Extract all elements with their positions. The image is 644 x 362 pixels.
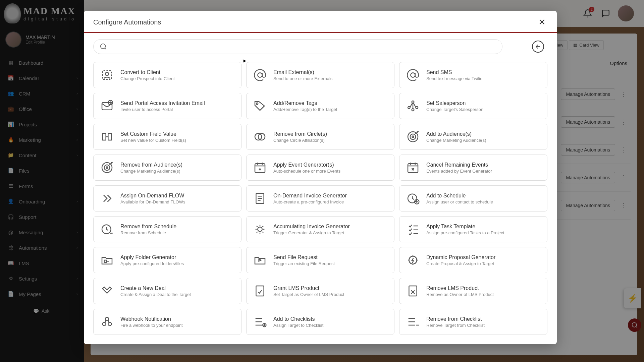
circles-icon [253, 129, 267, 144]
at-icon [253, 68, 267, 82]
invoice-icon [253, 191, 267, 206]
card-desc: Create Proposal & Assign to Target [426, 261, 495, 266]
card-desc: Set new value for Custom Field(s) [120, 138, 186, 143]
card-desc: Remove Target from Checklist [426, 323, 485, 328]
automation-card-email-external-s-[interactable]: Email External(s) Send to one or more Ex… [246, 62, 394, 88]
automation-card-cancel-remaining-events[interactable]: Cancel Remaining Events Events added by … [399, 155, 547, 181]
cal-x-icon [406, 160, 420, 175]
automation-card-send-file-request[interactable]: Send File Request Trigger an existing Fi… [246, 247, 394, 273]
svg-point-34 [409, 256, 417, 264]
card-desc: Assign user or contact to schedule [426, 199, 493, 204]
card-title: Set Salesperson [426, 100, 483, 106]
automation-card-remove-from-schedule[interactable]: Remove from Schedule Remove from Schedul… [93, 216, 241, 242]
handshake-icon [100, 284, 114, 298]
chevrons-icon [100, 191, 114, 206]
automation-card-set-custom-field-value[interactable]: Set Custom Field Value Set new value for… [93, 124, 241, 150]
automation-card-create-a-new-deal[interactable]: Create a New Deal Create & Assign a Deal… [93, 278, 241, 304]
automation-card-webhook-notification[interactable]: Webhook Notification Fire a webhook to y… [93, 309, 241, 335]
automation-card-grant-lms-product[interactable]: Grant LMS Product Set Target as Owner of… [246, 278, 394, 304]
automation-card-add-remove-tags[interactable]: Add/Remove Tags Add/Remove Tag(s) to the… [246, 93, 394, 119]
card-title: Add/Remove Tags [273, 100, 337, 106]
card-title: Apply Task Template [426, 224, 504, 230]
target-icon [100, 160, 114, 175]
automation-card-convert-to-client[interactable]: Convert to Client Change Prospect into C… [93, 62, 241, 88]
card-desc: Fire a webhook to your endpoint [120, 323, 183, 328]
svg-point-24 [104, 165, 110, 171]
configure-automations-modal: Configure Automations ✕ Convert to Clien… [84, 11, 557, 344]
automation-card-remove-from-circle-s-[interactable]: Remove from Circle(s) Change Circle Affi… [246, 124, 394, 150]
automation-card-dynamic-proposal-generator[interactable]: Dynamic Proposal Generator Create Propos… [399, 247, 547, 273]
gear-bolt-icon [406, 253, 420, 267]
svg-point-25 [106, 167, 108, 169]
automation-card-remove-from-checklist[interactable]: Remove from Checklist Remove Target from… [399, 309, 547, 335]
automation-card-add-to-schedule[interactable]: Add to Schedule Assign user or contact t… [399, 185, 547, 212]
automation-card-remove-from-audience-s-[interactable]: Remove from Audience(s) Change Marketing… [93, 155, 241, 181]
search-input[interactable] [111, 44, 496, 50]
clock-minus-icon [100, 222, 114, 237]
svg-rect-16 [103, 133, 106, 140]
card-title: Add to Schedule [426, 193, 493, 199]
automation-card-apply-folder-generator[interactable]: Apply Folder Generator Apply pre-configu… [93, 247, 241, 273]
automation-card-send-sms[interactable]: Send SMS Send text message via Twilio [399, 62, 547, 88]
card-title: Convert to Client [120, 69, 175, 75]
card-title: Webhook Notification [120, 316, 183, 322]
folder-gen-icon [100, 253, 114, 267]
svg-rect-36 [409, 286, 417, 296]
network-icon [406, 99, 420, 113]
svg-point-15 [412, 109, 414, 111]
automation-card-send-portal-access-invitation-email[interactable]: Send Portal Access Invitation Email Invi… [93, 93, 241, 119]
clock-plus-icon [406, 191, 420, 206]
card-title: Add to Checklists [273, 316, 323, 322]
svg-rect-17 [108, 133, 111, 140]
card-desc: Events added by Event Generator [426, 169, 492, 174]
automation-card-apply-task-template[interactable]: Apply Task Template Assign pre-configure… [399, 216, 547, 242]
card-title: On-Demand Invoice Generator [273, 193, 347, 199]
svg-point-32 [258, 227, 262, 231]
automation-card-add-to-checklists[interactable]: Add to Checklists Assign Target to Check… [246, 309, 394, 335]
card-title: Apply Event Generator(s) [273, 162, 340, 168]
card-title: Send SMS [426, 69, 482, 75]
card-desc: Trigger an existing File Request [273, 261, 335, 266]
card-desc: Send text message via Twilio [426, 76, 482, 81]
list-plus-icon [253, 314, 267, 329]
card-desc: Change Circle Affiliation(s) [273, 138, 327, 143]
svg-point-8 [411, 73, 415, 77]
gear-doc-icon [253, 222, 267, 237]
automation-card-accumulating-invoice-generator[interactable]: Accumulating Invoice Generator Trigger G… [246, 216, 394, 242]
search-box[interactable] [93, 39, 502, 54]
card-title: Dynamic Proposal Generator [426, 254, 495, 260]
card-desc: Auto-create a pre-configured Invoice [273, 199, 347, 204]
svg-point-21 [410, 134, 416, 140]
card-desc: Assign pre-configured Tasks to a Project [426, 230, 504, 235]
card-desc: Trigger Generator & Assign to Target [273, 230, 350, 235]
webhook-icon [100, 314, 114, 329]
svg-point-38 [108, 322, 111, 326]
back-icon[interactable] [532, 41, 544, 53]
automation-card-assign-on-demand-flow[interactable]: Assign On-Demand FLOW Available for On-D… [93, 185, 241, 212]
card-desc: Change Prospect into Client [120, 76, 175, 81]
search-icon [100, 43, 107, 50]
card-title: Remove from Audience(s) [120, 162, 182, 168]
automation-card-apply-event-generator-s-[interactable]: Apply Event Generator(s) Auto-schedule o… [246, 155, 394, 181]
card-title: Add to Audience(s) [426, 131, 486, 137]
user-convert-icon [100, 68, 114, 82]
automation-card-add-to-audience-s-[interactable]: Add to Audience(s) Change Marketing Audi… [399, 124, 547, 150]
automation-card-remove-lms-product[interactable]: Remove LMS Product Remove as Owner of LM… [399, 278, 547, 304]
automation-card-on-demand-invoice-generator[interactable]: On-Demand Invoice Generator Auto-create … [246, 185, 394, 212]
doc-x-icon [406, 284, 420, 298]
cal-plus-icon [253, 160, 267, 175]
folder-send-icon [253, 253, 267, 267]
card-desc: Change Marketing Audience(s) [426, 138, 486, 143]
card-title: Apply Folder Generator [120, 254, 184, 260]
card-desc: Send to one or more Externals [273, 76, 332, 81]
tag-icon [253, 99, 267, 113]
card-title: Remove from Schedule [120, 224, 176, 230]
svg-point-12 [412, 101, 414, 103]
card-desc: Change Marketing Audience(s) [120, 169, 182, 174]
card-title: Email External(s) [273, 69, 332, 75]
modal-title: Configure Automations [93, 18, 161, 26]
card-desc: Remove as Owner of LMS Product [426, 292, 494, 297]
close-icon[interactable]: ✕ [537, 17, 547, 27]
card-title: Accumulating Invoice Generator [273, 224, 350, 230]
automation-card-set-salesperson[interactable]: Set Salesperson Change Target's Salesper… [399, 93, 547, 119]
